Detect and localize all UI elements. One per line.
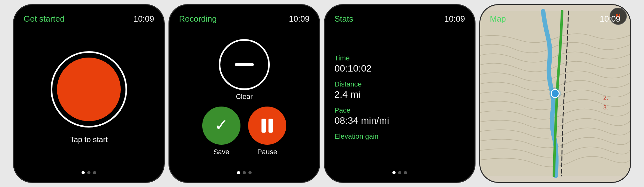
screen4-header: Map 10:09 <box>490 14 620 24</box>
screen3-content: Time 00:10:02 Distance 2.4 mi Pace 08:34… <box>334 29 465 166</box>
pagination-dot-1 <box>237 171 240 174</box>
stat-time-label: Time <box>334 54 465 62</box>
record-button-inner[interactable] <box>57 58 121 121</box>
pause-bar-right <box>268 119 273 133</box>
tap-to-start-label: Tap to start <box>70 135 108 144</box>
stat-time-value: 00:10:02 <box>334 63 465 74</box>
stat-distance: Distance 2.4 mi <box>334 80 465 100</box>
pagination-dot-2 <box>243 171 246 174</box>
map-content: 2. 3. N <box>480 4 631 183</box>
pagination-dot-3 <box>404 171 407 174</box>
stat-pace-label: Pace <box>334 106 465 114</box>
pagination-dot-2 <box>87 171 90 174</box>
screen1-title: Get started <box>24 14 65 24</box>
minus-icon <box>235 63 254 66</box>
stat-elevation: Elevation gain <box>334 132 465 141</box>
screen2-pagination <box>179 171 310 174</box>
svg-text:3.: 3. <box>603 104 608 111</box>
map-background: 2. 3. N <box>480 4 631 183</box>
pagination-dot-2 <box>398 171 401 174</box>
checkmark-icon: ✓ <box>214 117 228 133</box>
pause-button[interactable] <box>248 107 286 145</box>
pagination-dot-1 <box>82 171 85 174</box>
watch-screen-recording: Recording 10:09 Clear ✓ Save Pause <box>168 4 320 183</box>
pagination-dot-3 <box>248 171 252 174</box>
pause-label: Pause <box>257 148 277 156</box>
screen4-time: 10:09 <box>600 14 620 24</box>
clear-button[interactable] <box>219 39 270 90</box>
watch-screen-get-started: Get started 10:09 Tap to start <box>13 4 165 183</box>
screen1-content: Tap to start <box>24 29 154 166</box>
screen1-time: 10:09 <box>133 14 154 24</box>
screen3-title: Stats <box>334 14 353 24</box>
screen3-pagination <box>334 171 465 174</box>
clear-section: Clear <box>219 39 270 101</box>
pagination-dot-1 <box>392 171 396 174</box>
screen3-header: Stats 10:09 <box>334 14 465 24</box>
stat-pace-value: 08:34 min/mi <box>334 115 465 126</box>
screen1-pagination <box>24 171 154 174</box>
screen1-header: Get started 10:09 <box>24 14 154 24</box>
stat-time: Time 00:10:02 <box>334 54 465 74</box>
screen2-content: Clear ✓ Save Pause <box>179 29 310 166</box>
pause-bar-left <box>261 119 266 133</box>
screen2-title: Recording <box>179 14 217 24</box>
pause-btn-wrap: Pause <box>248 107 286 156</box>
clear-label: Clear <box>236 93 253 101</box>
record-button-outer[interactable] <box>51 51 127 128</box>
stat-distance-value: 2.4 mi <box>334 89 465 100</box>
save-button[interactable]: ✓ <box>202 107 240 145</box>
screen2-time: 10:09 <box>289 14 310 24</box>
watch-screen-stats: Stats 10:09 Time 00:10:02 Distance 2.4 m… <box>324 4 476 183</box>
pagination-dot-3 <box>93 171 96 174</box>
save-btn-wrap: ✓ Save <box>202 107 240 156</box>
watch-screen-map: Map 10:09 <box>479 4 631 183</box>
stat-pace: Pace 08:34 min/mi <box>334 106 465 126</box>
screen3-time: 10:09 <box>444 14 465 24</box>
svg-text:2.: 2. <box>603 95 608 101</box>
stat-elevation-label: Elevation gain <box>334 132 465 141</box>
screen4-title: Map <box>490 14 506 24</box>
gps-location-dot <box>551 89 560 98</box>
save-label: Save <box>213 148 229 156</box>
stat-distance-label: Distance <box>334 80 465 88</box>
action-buttons: ✓ Save Pause <box>202 107 286 156</box>
screen2-header: Recording 10:09 <box>179 14 310 24</box>
